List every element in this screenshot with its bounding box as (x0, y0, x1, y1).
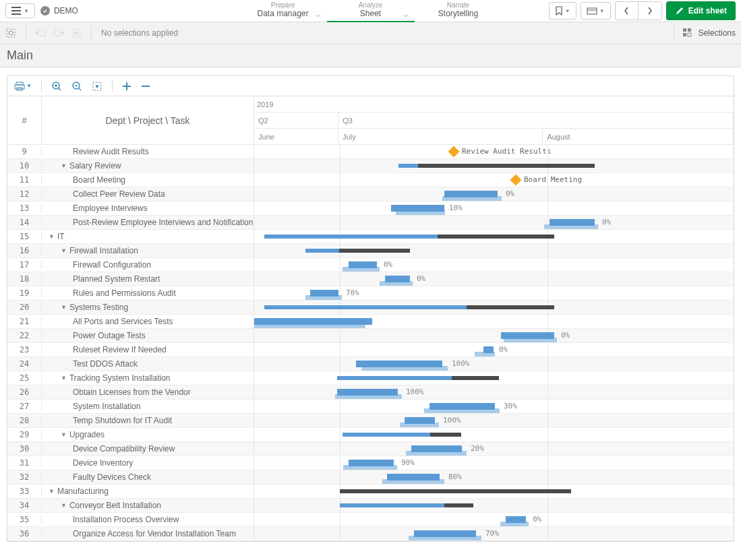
task-bar[interactable] (483, 346, 494, 353)
zoom-out-button[interactable] (71, 81, 82, 92)
row-name: System Installation (42, 402, 254, 411)
grid-row[interactable]: 22Power Outage Tests (7, 329, 254, 343)
collapse-icon[interactable]: ▼ (61, 502, 67, 509)
next-sheet-button[interactable] (639, 2, 661, 20)
grid-row[interactable]: 25▼Tracking System Installation (7, 371, 254, 385)
task-bar[interactable] (405, 417, 435, 424)
quarter-cell: Q2 (254, 113, 338, 128)
collapse-icon[interactable]: ▼ (61, 375, 67, 381)
grid-row[interactable]: 34▼Conveyor Belt Installation (7, 499, 254, 513)
expand-all-button[interactable] (122, 82, 131, 91)
zoom-in-button[interactable] (51, 81, 62, 92)
grid-row[interactable]: 31Device Inventory (7, 456, 254, 470)
month-cell: August (543, 129, 734, 144)
edit-sheet-button[interactable]: Edit sheet (666, 1, 736, 20)
task-bar[interactable] (391, 205, 444, 212)
task-name: Temp Shutdown for IT Audit (73, 416, 172, 425)
grid-row[interactable]: 19Rules and Permissions Audit (7, 286, 254, 301)
hamburger-menu[interactable]: ▼ (5, 3, 35, 18)
grid-row[interactable]: 9Review Audit Results (7, 145, 254, 159)
row-name: ▼Conveyor Belt Installation (42, 501, 254, 510)
milestone-diamond[interactable] (448, 146, 460, 158)
selections-tool-label[interactable]: Selections (699, 28, 736, 38)
grid-row[interactable]: 35Installation Process Overview (7, 513, 254, 527)
grid-row[interactable]: 29▼Upgrades (7, 428, 254, 442)
collapse-icon[interactable]: ▼ (49, 233, 55, 240)
grid-row[interactable]: 17Firewall Configuration (7, 258, 254, 272)
task-bar[interactable] (310, 290, 338, 297)
grid-row[interactable]: 16▼Firewall Installation (7, 244, 254, 258)
task-bar[interactable] (429, 403, 495, 410)
nav-tab-sheet[interactable]: AnalyzeSheet⌵ (327, 0, 415, 22)
prev-sheet-button[interactable] (616, 2, 639, 20)
grid-row[interactable]: 13Employee Interviews (7, 201, 254, 216)
task-bar[interactable] (411, 445, 462, 452)
grid-row[interactable]: 21All Ports and Services Tests (7, 315, 254, 329)
collapse-icon[interactable]: ▼ (49, 488, 55, 495)
grid-row[interactable]: 12Collect Peer Review Data (7, 187, 254, 201)
collapse-icon[interactable]: ▼ (61, 162, 67, 169)
timeline-row: 0% (254, 216, 734, 230)
nav-tab-storytelling[interactable]: NarrateStorytelling (415, 0, 502, 22)
clear-selections-button[interactable] (71, 28, 82, 38)
grid-row[interactable]: 20▼Systems Testing (7, 301, 254, 315)
grid-row[interactable]: 33▼Manufacturing (7, 485, 254, 499)
task-bar[interactable] (506, 516, 526, 523)
zoom-out-icon (71, 81, 82, 92)
grid-row[interactable]: 15▼IT (7, 230, 254, 244)
collapse-icon[interactable]: ▼ (61, 247, 67, 254)
column-header-name[interactable]: Dept \ Project \ Task (42, 96, 254, 144)
grid-row[interactable]: 14Post-Review Employee Interviews and No… (7, 216, 254, 230)
task-name: Installation Process Overview (73, 515, 179, 524)
row-name: Planned System Restart (42, 274, 254, 284)
task-bar[interactable] (550, 219, 595, 226)
grid-row[interactable]: 32Faulty Devices Check (7, 470, 254, 485)
grid-row[interactable]: 26Obtain Licenses from the Vendor (7, 385, 254, 400)
collapse-icon[interactable]: ▼ (61, 431, 67, 438)
sheet-nav (615, 1, 662, 20)
summary-bar[interactable] (398, 164, 595, 168)
timeline-row: 100% (254, 357, 734, 371)
task-bar[interactable] (444, 191, 498, 197)
print-button[interactable]: ▼ (14, 82, 32, 91)
collapse-all-button[interactable] (141, 82, 150, 91)
grid-row[interactable]: 28Temp Shutdown for IT Audit (7, 414, 254, 428)
grid-row[interactable]: 27System Installation (7, 400, 254, 414)
timeline-body[interactable]: Review Audit ResultsBoard Meeting0%10%0%… (254, 145, 734, 541)
row-name: Temp Shutdown for IT Audit (42, 416, 254, 425)
grid-row[interactable]: 11Board Meeting (7, 173, 254, 187)
grid-row[interactable]: 18Planned System Restart (7, 272, 254, 286)
summary-bar[interactable] (340, 489, 571, 493)
sheets-button[interactable]: ▼ (581, 2, 611, 20)
task-bar[interactable] (356, 361, 442, 367)
smart-search-button[interactable] (5, 28, 16, 38)
grid-row[interactable]: 23Ruleset Review If Needed (7, 343, 254, 357)
collapse-icon[interactable]: ▼ (61, 304, 67, 311)
nav-tab-data-manager[interactable]: PrepareData manager⌵ (239, 0, 327, 22)
task-bar[interactable] (385, 276, 410, 282)
column-header-number[interactable]: # (7, 96, 42, 144)
step-back-button[interactable] (36, 28, 47, 38)
task-bar[interactable] (349, 460, 394, 466)
task-bar[interactable] (349, 261, 377, 268)
bookmarks-button[interactable]: ▼ (549, 2, 576, 20)
task-bar[interactable] (387, 474, 440, 480)
timeline-row: 80% (254, 470, 734, 485)
timeline-gridline (340, 145, 340, 541)
grid-row[interactable]: 10▼Salary Review (7, 159, 254, 173)
progress-label: 0% (384, 260, 392, 269)
row-name: Installation Process Overview (42, 515, 254, 524)
task-bar[interactable] (337, 389, 398, 396)
row-name: ▼Manufacturing (42, 487, 254, 496)
grid-row[interactable]: 24Test DDOS Attack (7, 357, 254, 371)
grid-row[interactable]: 36Organize Access for Vendor Installatio… (7, 527, 254, 541)
step-forward-button[interactable] (53, 28, 64, 38)
grid-row[interactable]: 30Device Compatibility Review (7, 442, 254, 456)
fit-button[interactable] (92, 81, 102, 92)
task-name: Organize Access for Vendor Installation … (73, 529, 236, 538)
task-bar[interactable] (254, 318, 372, 325)
timeline-row (254, 499, 734, 513)
task-bar[interactable] (414, 530, 476, 537)
task-bar[interactable] (501, 332, 554, 339)
milestone-diamond[interactable] (510, 175, 522, 186)
